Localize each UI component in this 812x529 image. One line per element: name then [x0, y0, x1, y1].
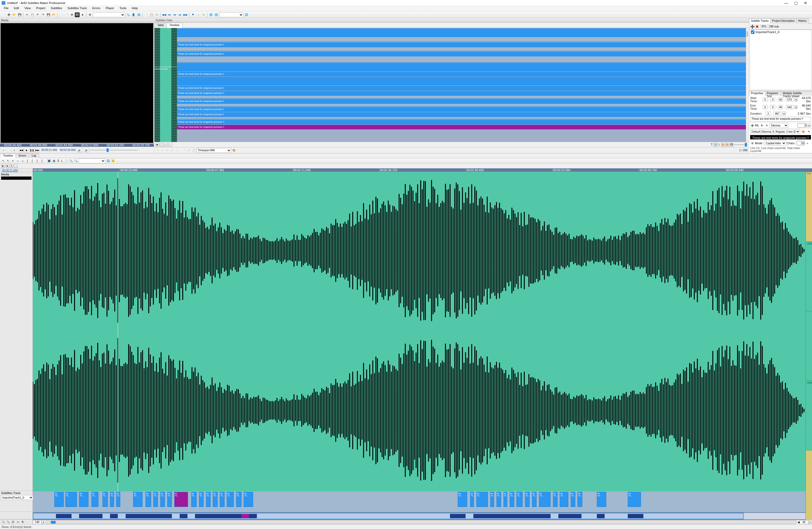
- mute-button[interactable]: 🔊: [84, 148, 89, 153]
- zoom1-icon[interactable]: 🔍: [69, 159, 73, 163]
- subtitle-row[interactable]: These are test texts for snapsots purose…: [177, 112, 746, 117]
- left-button[interactable]: ←: [169, 143, 172, 147]
- track-checkbox[interactable]: [751, 30, 754, 34]
- track-list[interactable]: ImportedTrack1_0: [750, 30, 811, 90]
- subtitle-block[interactable]: 00:Th..: [496, 492, 501, 507]
- vol-button[interactable]: 🔊: [77, 148, 82, 153]
- subtitle-rows[interactable]: These are test texts for snapsots purose…: [177, 28, 746, 142]
- subtitle-block[interactable]: 00:Th..: [525, 492, 530, 507]
- undo-icon[interactable]: ↶: [35, 12, 40, 17]
- tool3-icon[interactable]: ⚙: [69, 12, 74, 17]
- subtitle-block[interactable]: 00:Th..: [578, 492, 582, 507]
- font-size-input[interactable]: [797, 123, 807, 128]
- color1-button[interactable]: 🎨: [721, 143, 725, 147]
- timeline-ruler[interactable]: 00.000 00:00:23.680 00:00:47.360 00:01:1…: [33, 169, 812, 172]
- menu-player[interactable]: Player: [103, 6, 117, 11]
- s-label[interactable]: S: [57, 159, 60, 162]
- add-tool-icon[interactable]: +: [11, 159, 15, 163]
- dur-ms[interactable]: [773, 111, 781, 116]
- subtitle-block[interactable]: 00:Th..: [628, 492, 641, 507]
- menu-errors[interactable]: Errors: [90, 6, 103, 11]
- edit-icon[interactable]: ✓: [156, 148, 160, 153]
- zoom-in-icon[interactable]: 🔍: [1, 520, 5, 524]
- toolbar-dropdown-1[interactable]: [93, 12, 125, 17]
- minimize-button[interactable]: —: [781, 0, 791, 6]
- subtitle-block[interactable]: 00:Th..: [110, 492, 114, 507]
- subtitle-row[interactable]: [177, 28, 746, 37]
- film-icon[interactable]: 🎞: [75, 12, 79, 17]
- subtitle-block[interactable]: 00:Th..: [66, 492, 77, 507]
- subtitle-row[interactable]: These are test texts for snapsots purose…: [177, 42, 746, 47]
- timeline-scrollbar[interactable]: [46, 520, 796, 524]
- delete-track-icon[interactable]: ✖: [755, 25, 759, 29]
- confirm-icon[interactable]: ✓: [187, 148, 191, 153]
- subtitle-block[interactable]: 00:Th..: [510, 492, 514, 507]
- subtitle-block[interactable]: 00:Th..: [116, 492, 120, 507]
- subtitle-block[interactable]: 00:Th..: [91, 492, 99, 507]
- waveform-column[interactable]: 00:00:21.666: [155, 28, 177, 142]
- subtitle-block[interactable]: 00:Th..: [174, 492, 188, 507]
- subtitle-row[interactable]: [177, 77, 746, 85]
- menu-help[interactable]: Help: [129, 6, 141, 11]
- scrollbar-vertical[interactable]: [746, 28, 749, 142]
- spinner-icon[interactable]: ▾: [807, 124, 811, 127]
- menu-project[interactable]: Project: [33, 6, 48, 11]
- tab-project-description[interactable]: Project Description: [770, 18, 797, 24]
- subtitle-block[interactable]: 00:Th..: [560, 492, 568, 507]
- tab-history[interactable]: History: [796, 18, 809, 24]
- copy-icon[interactable]: 📋: [30, 12, 35, 17]
- skip-back-icon[interactable]: ⏮: [172, 12, 177, 17]
- subtitle-block[interactable]: 00:Th..: [191, 492, 197, 507]
- tab-subtitle-tracks[interactable]: Subtitle Tracks: [749, 18, 771, 24]
- zoom-value-1[interactable]: [33, 520, 41, 524]
- zoom-spinner[interactable]: ▾: [41, 520, 45, 524]
- skip-fwd-icon[interactable]: ⏭: [178, 12, 183, 17]
- subtitle-block[interactable]: 00:Th..: [244, 492, 253, 507]
- subtitle-block[interactable]: 00:Th..: [145, 492, 151, 507]
- nav-left-icon[interactable]: ←: [160, 148, 164, 153]
- add-track-icon[interactable]: ➕: [750, 25, 754, 29]
- marker-icon[interactable]: ⚑: [190, 12, 195, 17]
- add-format-icon[interactable]: ➕: [750, 123, 754, 128]
- prev-button[interactable]: ◀◀: [19, 148, 24, 153]
- color2-button[interactable]: 🎨: [725, 143, 729, 147]
- pause-button[interactable]: ❚❚: [30, 148, 34, 153]
- tab-timeline[interactable]: Timeline: [166, 23, 182, 28]
- end-s[interactable]: [778, 105, 783, 109]
- globe3-icon[interactable]: 🌐: [214, 12, 219, 17]
- end-h[interactable]: [763, 105, 768, 109]
- end-m[interactable]: [770, 105, 775, 109]
- subtitle-row-selected[interactable]: These are test texts for snapsots purose…: [177, 125, 746, 129]
- mode-icon[interactable]: ⚙: [750, 141, 754, 145]
- tab-errors[interactable]: Errors: [16, 154, 29, 158]
- track-item[interactable]: ImportedTrack1_0: [750, 30, 811, 34]
- subtitle-row[interactable]: These are test texts for snapsots purose…: [177, 72, 746, 76]
- menu-subtitles-track[interactable]: Subtitles Track: [65, 6, 90, 11]
- subtitle-block[interactable]: 00:Th..: [517, 492, 523, 507]
- play-button[interactable]: ▶: [24, 148, 29, 153]
- start-s[interactable]: [778, 97, 783, 102]
- loop-button[interactable]: ↻: [10, 164, 13, 168]
- subtitle-block[interactable]: 00:Th..: [133, 492, 142, 507]
- bracket1-icon[interactable]: [: [25, 159, 30, 163]
- tab-properties[interactable]: Properties: [749, 91, 765, 96]
- subtitle-block[interactable]: 00:Th..: [199, 492, 204, 507]
- font-preset-select[interactable]: Default [Tahoma, 8, Regular, Color [Whit…: [750, 129, 800, 134]
- globe-icon[interactable]: 🌐: [136, 12, 141, 17]
- subtitle-block[interactable]: 00:Th..: [236, 492, 242, 507]
- subtitle-track-lane[interactable]: 00:Th..00:Th..00:Th..00:Th..00:Th..00:Th…: [33, 491, 806, 512]
- timespan-select[interactable]: Timespan.Milli: [196, 148, 231, 153]
- subtitle-text-input[interactable]: These are test texts for snapsots purose…: [750, 117, 811, 121]
- tool2-icon[interactable]: 📄: [64, 12, 69, 17]
- view2-icon[interactable]: ▥: [52, 159, 56, 163]
- search-icon[interactable]: 🔍: [126, 12, 130, 17]
- zoom-spinner-2[interactable]: ▾: [808, 520, 812, 524]
- tool-icon[interactable]: ✎: [807, 129, 811, 134]
- subtitle-block[interactable]: 00:Th..: [213, 492, 217, 507]
- tab-timeline-lower[interactable]: Timeline: [0, 154, 16, 158]
- subtitle-row[interactable]: These are test texts for snapsots purose…: [177, 91, 746, 96]
- subtitle-block[interactable]: 00:Th..: [79, 492, 88, 507]
- video-preview[interactable]: [1, 23, 153, 143]
- volume-slider[interactable]: [90, 148, 138, 152]
- media-ruler[interactable]: 00:00:34.450 00:01:08.900 00:01:43.350 0…: [0, 143, 154, 147]
